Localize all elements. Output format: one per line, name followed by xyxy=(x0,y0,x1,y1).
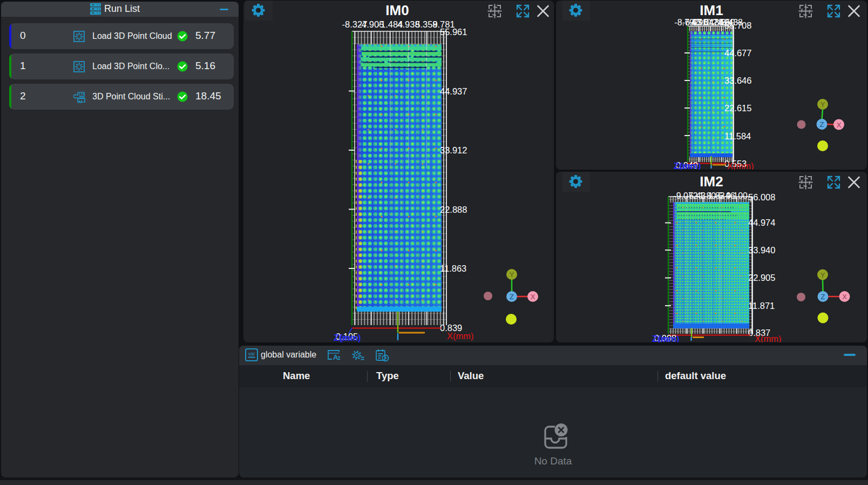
svg-text:X: X xyxy=(531,293,535,301)
svg-text:55.961: 55.961 xyxy=(440,27,467,37)
svg-text:X: X xyxy=(837,121,842,129)
svg-text:33.912: 33.912 xyxy=(440,145,467,155)
svg-text:33.646: 33.646 xyxy=(724,76,751,85)
svg-text:Y: Y xyxy=(510,271,514,279)
svg-text:Y: Y xyxy=(820,100,825,109)
svg-text:IM1: IM1 xyxy=(700,2,723,18)
svg-text:56.008: 56.008 xyxy=(748,192,775,202)
svg-text:X: X xyxy=(842,293,847,301)
svg-text:Y: Y xyxy=(820,271,825,279)
svg-text:X(mm): X(mm) xyxy=(447,331,473,341)
svg-text:X(mm): X(mm) xyxy=(755,334,781,342)
svg-text:22.888: 22.888 xyxy=(440,205,467,214)
svg-text:IM2: IM2 xyxy=(700,173,723,190)
svg-text:22.905: 22.905 xyxy=(748,273,775,282)
svg-text:(mm): (mm) xyxy=(659,334,679,342)
svg-text:11.863: 11.863 xyxy=(440,264,466,273)
svg-text:A: A xyxy=(333,353,338,361)
svg-text:11.871: 11.871 xyxy=(748,301,775,311)
svg-text:55.708: 55.708 xyxy=(724,21,751,30)
svg-text:Z: Z xyxy=(821,293,825,301)
svg-text:(mm): (mm) xyxy=(340,333,361,342)
svg-text:Z: Z xyxy=(510,293,514,301)
svg-text:var: var xyxy=(248,351,255,356)
svg-text:(mm): (mm) xyxy=(680,161,701,170)
svg-text:22.615: 22.615 xyxy=(724,103,751,113)
svg-text:44.974: 44.974 xyxy=(748,218,775,227)
svg-text:Z: Z xyxy=(820,120,824,129)
svg-text:33.940: 33.940 xyxy=(748,245,775,255)
svg-text:IM0: IM0 xyxy=(385,2,409,18)
svg-text:11.584: 11.584 xyxy=(724,131,751,141)
svg-text:44.937: 44.937 xyxy=(440,86,467,96)
svg-text:X(mm): X(mm) xyxy=(727,161,754,170)
svg-text:9.100: 9.100 xyxy=(726,191,748,200)
svg-text:44.677: 44.677 xyxy=(724,48,751,58)
